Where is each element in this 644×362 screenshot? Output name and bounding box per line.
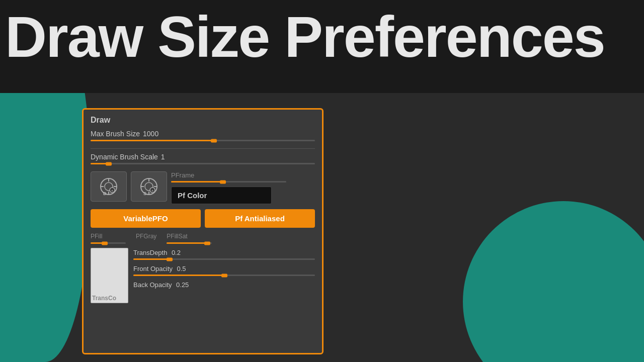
pframe-section: PFrame Pf Color xyxy=(171,171,315,204)
pfill-thumb[interactable] xyxy=(102,241,108,245)
pframe-fill xyxy=(171,181,223,183)
max-brush-size-row: Max Brush Size 1000 xyxy=(91,130,315,141)
pfgray-label: PFGray xyxy=(136,233,156,240)
back-opacity-label: Back Opacity xyxy=(133,281,172,289)
pfillsat-track[interactable] xyxy=(167,242,212,244)
max-brush-size-label: Max Brush Size xyxy=(91,130,140,138)
trans-depth-track[interactable] xyxy=(133,258,315,260)
front-opacity-label: Front Opacity xyxy=(133,265,173,273)
pframe-label: PFrame xyxy=(171,171,315,179)
max-brush-size-fill xyxy=(91,140,214,141)
dynamic-brush-scale-thumb[interactable] xyxy=(106,162,112,165)
brush-d-icon: + D xyxy=(98,176,119,197)
panel-title: Draw xyxy=(91,116,315,125)
brush-d-button[interactable]: + D xyxy=(91,171,127,202)
trans-sliders: TransDepth 0.2 Front Opacity 0.5 xyxy=(133,248,315,293)
pfillsat-label: PFillSat xyxy=(167,233,212,240)
trans-depth-label: TransDepth xyxy=(133,249,167,256)
pfgray-col: PFGray xyxy=(136,233,156,241)
transco-box: TransCo xyxy=(91,248,128,303)
brush-s-icon: + S xyxy=(138,176,159,197)
pfill-row: PFill PFGray PFillSat xyxy=(91,233,315,244)
pfillsat-fill xyxy=(167,242,207,244)
trans-depth-row: TransDepth 0.2 xyxy=(133,248,315,260)
pfillsat-col: PFillSat xyxy=(167,233,212,244)
max-brush-size-value: 1000 xyxy=(143,130,158,138)
dynamic-brush-scale-track[interactable] xyxy=(91,163,315,164)
pframe-thumb[interactable] xyxy=(220,180,226,184)
variable-pfo-button[interactable]: VariablePFO xyxy=(91,209,201,228)
pf-antialiased-button[interactable]: Pf Antialiased xyxy=(205,209,315,228)
divider-1 xyxy=(91,148,315,149)
dynamic-brush-scale-row: Dynamic Brush Scale 1 xyxy=(91,153,315,164)
max-brush-size-track[interactable] xyxy=(91,140,315,141)
dynamic-brush-scale-label: Dynamic Brush Scale xyxy=(91,153,158,161)
pfill-label: PFill xyxy=(91,233,126,240)
front-opacity-track[interactable] xyxy=(133,275,315,276)
page-title: Draw Size Preferences xyxy=(5,5,605,69)
pfill-track[interactable] xyxy=(91,242,126,244)
back-opacity-row: Back Opacity 0.25 xyxy=(133,280,315,289)
draw-preferences-panel: Draw Max Brush Size 1000 Dynamic Brush S… xyxy=(82,108,324,354)
transco-section: TransCo TransDepth 0.2 Front Opacity 0.5 xyxy=(91,248,315,303)
pframe-track[interactable] xyxy=(171,181,286,183)
front-opacity-row: Front Opacity 0.5 xyxy=(133,264,315,276)
trans-depth-value: 0.2 xyxy=(172,249,181,256)
front-opacity-value: 0.5 xyxy=(177,265,186,273)
max-brush-size-thumb[interactable] xyxy=(211,139,217,142)
button-row: VariablePFO Pf Antialiased xyxy=(91,209,315,228)
icons-pframe-row: + D + S PFrame xyxy=(91,171,315,204)
pf-color-box[interactable]: Pf Color xyxy=(171,187,272,204)
pfill-col: PFill xyxy=(91,233,126,244)
trans-depth-thumb[interactable] xyxy=(167,257,173,261)
pfillsat-thumb[interactable] xyxy=(204,241,210,245)
svg-text:+: + xyxy=(151,189,153,193)
dynamic-brush-scale-value: 1 xyxy=(161,153,165,161)
svg-text:D: D xyxy=(103,191,107,196)
svg-text:S: S xyxy=(143,191,146,196)
transco-label: TransCo xyxy=(92,295,116,302)
brush-s-button[interactable]: + S xyxy=(131,171,167,202)
trans-depth-fill xyxy=(133,258,170,260)
front-opacity-fill xyxy=(133,275,224,276)
back-opacity-value: 0.25 xyxy=(176,281,189,289)
front-opacity-thumb[interactable] xyxy=(221,274,227,277)
svg-text:+: + xyxy=(111,189,113,193)
